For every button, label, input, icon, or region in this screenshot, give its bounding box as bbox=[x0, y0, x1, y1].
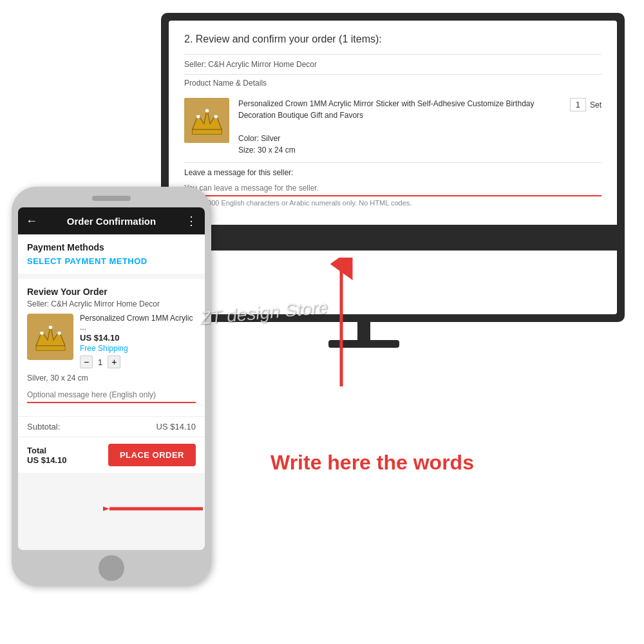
qty-decrease-button[interactable]: − bbox=[80, 355, 93, 368]
menu-dots-icon[interactable]: ⋮ bbox=[185, 214, 197, 228]
phone-product-row: Personalized Crown 1MM Acrylic ... US $1… bbox=[27, 314, 196, 368]
phone-home-button[interactable] bbox=[99, 555, 124, 581]
svg-point-7 bbox=[40, 331, 43, 334]
monitor-product-image bbox=[184, 98, 229, 143]
monitor-content: 2. Review and confirm your order (1 item… bbox=[169, 21, 617, 225]
review-order-title: Review Your Order bbox=[27, 287, 196, 297]
monitor-color-label: Color: bbox=[238, 134, 259, 143]
svg-point-8 bbox=[48, 325, 52, 328]
payment-methods-title: Payment Methods bbox=[27, 242, 196, 252]
payment-methods-section: Payment Methods SELECT PAYMENT METHOD bbox=[18, 234, 205, 274]
monitor-seller: Seller: C&H Acrylic Mirror Home Decor bbox=[184, 54, 601, 75]
monitor-product-qty: 1 Set bbox=[570, 98, 601, 111]
phone-message-input[interactable] bbox=[27, 388, 196, 402]
phone-product-image bbox=[27, 314, 73, 360]
phone-qty-value: 1 bbox=[98, 357, 102, 367]
monitor-product-row: Personalized Crown 1MM Acrylic Mirror St… bbox=[184, 91, 601, 163]
arrow-left-icon bbox=[103, 489, 206, 528]
phone-product-name: Personalized Crown 1MM Acrylic ... bbox=[80, 314, 196, 332]
write-here-annotation: Write here the words bbox=[270, 451, 474, 475]
monitor-size-label: Size: bbox=[238, 146, 256, 155]
total-price: US $14.10 bbox=[27, 455, 66, 465]
monitor-product-header: Product Name & Details bbox=[184, 75, 601, 91]
phone-total-bar: Total US $14.10 PLACE ORDER bbox=[18, 437, 205, 473]
monitor-message-section: Leave a message for this seller: Max. 1,… bbox=[184, 163, 601, 212]
monitor-mockup: 2. Review and confirm your order (1 item… bbox=[161, 13, 625, 322]
monitor-color-value: Silver bbox=[261, 134, 280, 143]
arrow-up-icon bbox=[316, 258, 367, 386]
phone-subtotal-row: Subtotal: US $14.10 bbox=[18, 416, 205, 437]
monitor-screen: 2. Review and confirm your order (1 item… bbox=[169, 21, 617, 314]
total-label: Total bbox=[27, 446, 66, 455]
phone-header: ← Order Confirmation ⋮ bbox=[18, 207, 205, 234]
phone-seller-name: Seller: C&H Acrylic Mirror Home Decor bbox=[27, 299, 196, 308]
phone-title: Order Confirmation bbox=[67, 216, 156, 227]
phone-speaker bbox=[92, 196, 131, 201]
monitor-dark-bar bbox=[169, 225, 617, 251]
subtotal-value: US $14.10 bbox=[156, 422, 196, 431]
svg-point-4 bbox=[214, 115, 218, 118]
svg-point-9 bbox=[57, 331, 61, 334]
phone-qty-row: − 1 + bbox=[80, 355, 196, 368]
phone-product-price: US $14.10 bbox=[80, 333, 196, 343]
crown-icon bbox=[189, 103, 225, 138]
monitor-size-value: 30 x 24 cm bbox=[258, 146, 296, 155]
monitor-message-input[interactable] bbox=[184, 181, 601, 196]
svg-point-2 bbox=[196, 115, 200, 118]
phone-crown-icon bbox=[33, 323, 68, 352]
back-button[interactable]: ← bbox=[26, 214, 37, 228]
svg-point-3 bbox=[205, 109, 209, 113]
phone-free-shipping: Free Shipping bbox=[80, 344, 196, 353]
select-payment-button[interactable]: SELECT PAYMENT METHOD bbox=[27, 256, 196, 266]
monitor-qty-value: 1 bbox=[570, 98, 586, 111]
phone-message-input-wrap bbox=[27, 388, 196, 403]
review-order-section: Review Your Order Seller: C&H Acrylic Mi… bbox=[18, 279, 205, 416]
phone-total-left: Total US $14.10 bbox=[27, 446, 66, 465]
phone-variant: Silver, 30 x 24 cm bbox=[27, 374, 196, 383]
monitor-message-hint: Max. 1,000 English characters or Arabic … bbox=[184, 199, 601, 207]
monitor-qty-unit: Set bbox=[590, 100, 601, 109]
qty-increase-button[interactable]: + bbox=[108, 355, 120, 368]
phone-product-info: Personalized Crown 1MM Acrylic ... US $1… bbox=[80, 314, 196, 368]
monitor-message-label: Leave a message for this seller: bbox=[184, 168, 601, 177]
monitor-order-title: 2. Review and confirm your order (1 item… bbox=[184, 33, 601, 45]
svg-rect-6 bbox=[36, 346, 65, 350]
svg-rect-1 bbox=[192, 129, 222, 134]
place-order-button[interactable]: PLACE ORDER bbox=[108, 444, 196, 466]
monitor-product-desc: Personalized Crown 1MM Acrylic Mirror St… bbox=[238, 98, 561, 156]
subtotal-label: Subtotal: bbox=[27, 422, 60, 431]
